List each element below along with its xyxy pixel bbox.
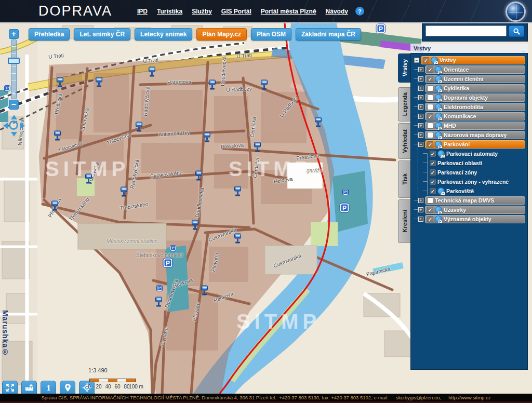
layer-row-cyklistika[interactable]: +i✓Cyklistika [413,84,525,92]
checked-checkbox[interactable]: ✓ [423,57,429,63]
expander-plus-icon[interactable]: + [418,114,423,119]
layers-minimize-button[interactable]: _ [521,46,525,50]
checked-checkbox[interactable]: ✓ [427,207,433,213]
parking-meter-pin[interactable] [203,132,210,143]
unchecked-checkbox[interactable] [427,104,433,110]
pan-up-icon[interactable] [11,115,17,119]
pan-down-icon[interactable] [11,132,17,137]
layer-row-parkovac-oblasti[interactable]: ✓Parkovací oblasti [413,158,525,167]
unchecked-checkbox[interactable] [427,132,433,138]
layer-info-icon[interactable]: i✓ [437,187,445,195]
info-button[interactable]: i [41,381,56,394]
layer-row-v-znamn-objekty[interactable]: +✓i✓Významné objekty [413,214,525,223]
zoom-slider-track[interactable] [11,39,17,99]
tab-legenda[interactable]: Legenda [398,87,410,122]
menu-link-slu-by[interactable]: Služby [192,8,212,15]
checked-checkbox[interactable]: ✓ [430,160,436,166]
basemap-button-z-kladn-mapa-r[interactable]: Základní mapa ČR [296,28,361,41]
expander-plus-icon[interactable]: + [418,123,423,128]
layer-row-parkovi-t[interactable]: ✓i✓Parkoviště [413,186,525,195]
parking-meter-pin[interactable] [260,80,268,91]
layer-info-icon[interactable]: i✓ [435,113,442,120]
expander-plus-icon[interactable]: + [418,207,423,212]
parking-meter-pin[interactable] [208,80,216,91]
layer-info-icon[interactable]: i✓ [435,216,442,223]
checked-checkbox[interactable]: ✓ [430,169,436,176]
layer-info-icon[interactable]: i✓ [435,131,442,139]
layer-row-parkovac-z-ny-vyhrazen[interactable]: ✓Parkovací zóny - vyhrazené [413,177,525,186]
search-button[interactable] [509,25,524,37]
parking-meter-pin[interactable] [254,142,261,153]
search-input[interactable] [425,25,507,36]
layer-row-parkovac-z-ny[interactable]: ✓Parkovací zóny [413,168,525,177]
pan-control[interactable] [4,116,24,136]
expander-plus-icon[interactable]: + [418,217,423,222]
parking-meter-pin[interactable] [148,67,155,78]
pan-left-icon[interactable] [3,123,8,129]
layer-info-icon[interactable]: i✓ [435,141,442,148]
measure-button[interactable] [21,381,37,394]
layer-row-komunikace[interactable]: +✓i✓Komunikace [413,112,525,120]
parking-meter-pin[interactable] [314,117,322,128]
layer-row-parkovac-automaty[interactable]: ✓i✓Parkovací automaty [413,149,525,158]
layer-row-orientace[interactable]: +✓i✓Orientace [413,65,525,74]
basemap-button-leteck-sn-mek[interactable]: Letecký snímek [135,28,192,41]
parking-meter-pin[interactable] [120,187,127,198]
layer-info-icon[interactable]: i✓ [435,94,442,101]
layer-info-icon[interactable]: i✓ [435,75,442,83]
gps-button[interactable] [60,381,75,394]
layer-row-n-zorov-mapa-dopravy[interactable]: +i✓Názorová mapa dopravy [413,130,525,139]
tab-vrstvy[interactable]: Vrstvy [398,53,410,83]
layer-row-technick-mapa-dmvs[interactable]: +Technická mapa DMVS [413,196,525,205]
expander-plus-icon[interactable]: + [418,76,423,82]
menu-link-gis-port-l[interactable]: GIS Portál [221,8,251,15]
layer-row-vrstvy[interactable]: −✓i✓Vrstvy [413,56,525,64]
parking-meter-pin[interactable] [56,77,63,88]
zoom-slider-handle[interactable] [8,58,20,64]
basemap-button-pl-n-mapy-cz[interactable]: Plán Mapy.cz [196,28,246,41]
parking-meter-pin[interactable] [191,220,198,231]
parking-meter-pin[interactable] [201,286,208,297]
parking-meter-pin[interactable] [234,186,241,197]
checked-checkbox[interactable]: ✓ [430,151,436,157]
unchecked-checkbox[interactable] [427,197,433,204]
expander-plus-icon[interactable]: + [418,86,423,91]
parking-meter-pin[interactable] [95,77,102,88]
footer-email-link[interactable]: sluzbygis@plzen.eu, [396,395,441,400]
tab-tisk[interactable]: Tisk [398,160,410,198]
zoom-in-button[interactable]: + [9,29,19,39]
unchecked-checkbox[interactable] [427,95,433,101]
checked-checkbox[interactable]: ✓ [427,113,433,119]
parking-meter-pin[interactable] [195,171,202,182]
layer-info-icon[interactable]: i✓ [435,206,442,213]
tab-kreslen[interactable]: Kreslení [398,199,410,243]
checked-checkbox[interactable]: ✓ [427,216,433,222]
layer-info-icon[interactable]: i✓ [435,66,442,73]
expander-plus-icon[interactable]: + [418,95,423,100]
basemap-button-pl-n-osm[interactable]: Plán OSM [251,28,291,41]
locate-button[interactable] [79,381,95,394]
fullscreen-button[interactable] [2,381,18,394]
expander-plus-icon[interactable]: + [418,67,423,72]
expander-minus-icon[interactable]: − [418,142,423,147]
parking-meter-pin[interactable] [155,297,162,308]
menu-link-turistika[interactable]: Turistika [157,8,182,15]
tab-vyhledat[interactable]: Vyhledat [398,123,410,159]
checked-checkbox[interactable]: ✓ [427,66,433,73]
layer-row-dopravn-objekty[interactable]: +i✓Dopravní objekty [413,93,525,102]
checked-checkbox[interactable]: ✓ [430,179,436,185]
layer-info-icon[interactable]: i✓ [437,150,445,157]
expander-plus-icon[interactable]: + [418,104,423,110]
parking-meter-pin[interactable] [85,174,92,185]
layer-info-icon[interactable]: i✓ [435,85,442,92]
layer-row-uzav-rky[interactable]: +✓i✓Uzavírky [413,205,525,214]
unchecked-checkbox[interactable] [427,123,433,129]
pan-right-icon[interactable] [20,123,25,129]
parking-meter-pin[interactable] [51,201,58,212]
pan-ring-icon[interactable] [9,120,18,130]
layer-info-icon[interactable]: i✓ [431,57,438,64]
layer-row-zemn-len-n[interactable]: +✓i✓Územní členění [413,74,525,83]
parking-meter-pin[interactable] [234,234,241,245]
layer-row-mhd[interactable]: +i✓MHD [413,121,525,130]
checked-checkbox[interactable]: ✓ [427,141,433,147]
